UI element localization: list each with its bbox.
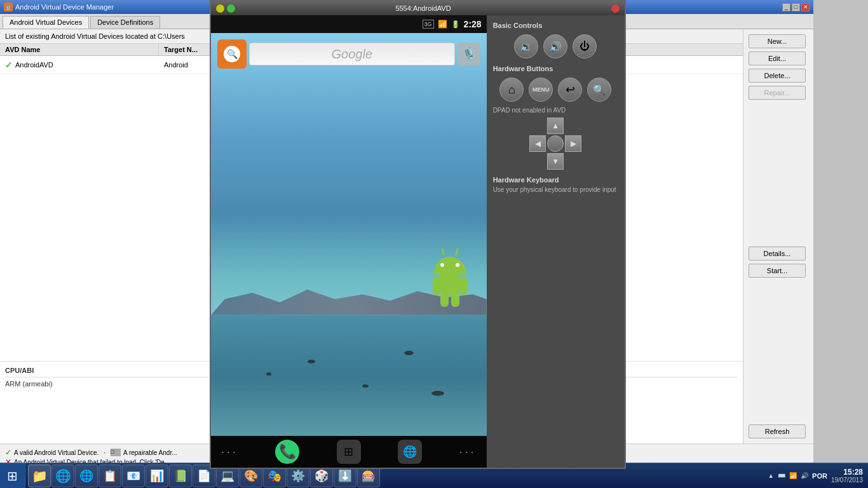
avd-row-name: ✓ AndroidAVD — [0, 58, 159, 72]
signal-icon: 📶 — [438, 20, 447, 29]
dock-apps-icon[interactable]: ⊞ — [337, 440, 361, 464]
start-icon: ⊞ — [7, 468, 18, 484]
emulator-title-bar: 5554:AndroidAVD — [211, 1, 625, 15]
phone-dock: ··· 📞 ⊞ 🌐 ··· — [211, 436, 487, 468]
mascot-body — [440, 274, 460, 295]
taskbar-app-chrome[interactable]: 🌐 — [51, 464, 74, 487]
dpad-right-btn[interactable]: ▶ — [565, 135, 581, 152]
emulator-side-controls: Basic Controls 🔉 🔊 ⏻ Hardware Buttons ⌂ … — [487, 15, 625, 468]
basic-controls-row: 🔉 🔊 ⏻ — [493, 34, 618, 58]
mascot-arm-right — [460, 277, 467, 295]
dpad-container: ▲ ▼ ◀ ▶ — [529, 118, 581, 170]
start-button[interactable]: ⊞ — [0, 463, 25, 489]
home-btn[interactable]: ⌂ — [499, 78, 524, 102]
edit-button[interactable]: Edit... — [749, 51, 806, 65]
search-btn[interactable]: 🔍 — [587, 78, 611, 102]
taskbar-lang: POR — [812, 472, 827, 480]
hardware-buttons-row: ⌂ MENU ↩ 🔍 — [493, 78, 618, 102]
taskbar-keyboard-icon: ⌨️ — [778, 472, 785, 479]
google-search-bar: 🔍 Google 🎙️ — [217, 39, 480, 69]
taskbar-app-ppt[interactable]: 📊 — [146, 464, 168, 487]
tab-device-definitions[interactable]: Device Definitions — [90, 16, 160, 29]
dpad-left-btn[interactable]: ◀ — [529, 135, 546, 152]
dock-dots-left: ··· — [221, 445, 238, 459]
dpad-up-btn[interactable]: ▲ — [547, 118, 564, 134]
mic-button[interactable]: 🎙️ — [458, 43, 480, 65]
taskbar-app-browser2[interactable]: 🌐 — [75, 464, 98, 487]
emulator-body: 3G 📶 🔋 2:28 — [211, 15, 625, 468]
emulator-left-controls — [216, 4, 235, 13]
dock-dots-right: ··· — [459, 445, 477, 459]
dock-phone-icon[interactable]: 📞 — [275, 440, 299, 464]
repair-button[interactable]: Repair... — [749, 86, 806, 100]
emulator-minimize-btn[interactable] — [216, 4, 224, 13]
dock-globe-icon[interactable]: 🌐 — [398, 440, 422, 464]
taskbar-right: ▲ ⌨️ 📶 🔊 POR 15:28 19/07/2013 — [768, 468, 868, 484]
back-btn[interactable]: ↩ — [558, 78, 582, 102]
valid-text: A valid Android Virtual Device. — [14, 449, 98, 456]
dpad-down-btn[interactable]: ▼ — [547, 153, 564, 170]
mascot-head — [434, 257, 466, 274]
mascot-arm-left — [433, 277, 440, 295]
google-search-input[interactable]: Google — [249, 43, 455, 65]
search-icon-box[interactable]: 🔍 — [217, 39, 247, 69]
mascot-eye-right — [456, 263, 459, 267]
avd-title-icon: 🤖 — [4, 3, 13, 11]
magnifier-icon: 🔍 — [224, 46, 240, 62]
taskbar-app-excel[interactable]: 📗 — [169, 464, 192, 487]
mascot-leg-right — [451, 295, 459, 307]
avd-name-text: AndroidAVD — [15, 61, 53, 69]
taskbar-app-files[interactable]: 📁 — [28, 464, 51, 487]
refresh-button[interactable]: Refresh — [749, 424, 806, 438]
taskbar-app-email[interactable]: 📧 — [122, 464, 145, 487]
avd-window-title: Android Virtual Device Manager — [15, 3, 114, 11]
water-area — [211, 315, 487, 436]
mascot-legs — [430, 295, 471, 307]
taskbar-date: 19/07/2013 — [831, 477, 863, 484]
delete-button[interactable]: Delete... — [749, 69, 806, 83]
taskbar-volume-icon: 🔊 — [801, 472, 808, 479]
taskbar-network-icon: 📶 — [789, 472, 797, 479]
android-mascot — [430, 248, 471, 307]
emulator-close-btn[interactable] — [611, 4, 620, 13]
phone-screen-container: 3G 📶 🔋 2:28 — [211, 15, 487, 468]
start-button[interactable]: Start... — [749, 264, 806, 278]
avd-title-left: 🤖 Android Virtual Device Manager — [4, 3, 114, 11]
avd-action-buttons: New... Edit... Delete... Repair... Detai… — [743, 29, 813, 444]
close-button[interactable]: ✕ — [801, 3, 810, 11]
3g-icon: 3G — [423, 20, 434, 29]
rock-1 — [266, 372, 271, 376]
rock-5 — [431, 391, 444, 396]
taskbar-arrow-icon: ▲ — [768, 472, 774, 479]
dpad-label: DPAD not enabled in AVD — [493, 107, 618, 114]
avd-window-controls: _ □ ✕ — [782, 3, 810, 11]
mascot-antennas — [430, 248, 471, 255]
taskbar-clock: 15:28 19/07/2013 — [831, 468, 863, 484]
details-button[interactable]: Details... — [749, 247, 806, 261]
minimize-button[interactable]: _ — [782, 3, 790, 11]
taskbar-app-manager[interactable]: 📋 — [98, 464, 121, 487]
phone-content: 🔍 Google 🎙️ — [211, 33, 487, 436]
new-button[interactable]: New... — [749, 34, 806, 48]
menu-btn[interactable]: MENU — [529, 78, 553, 102]
emulator-restore-btn[interactable] — [227, 4, 235, 13]
google-placeholder: Google — [332, 47, 373, 62]
volume-up-btn[interactable]: 🔊 — [543, 34, 567, 58]
keyboard-desc: Use your physical keyboard to provide in… — [493, 186, 618, 193]
mascot-body-row — [430, 274, 471, 295]
basic-controls-title: Basic Controls — [493, 22, 618, 29]
mascot-antenna-left — [441, 248, 445, 255]
mascot-antenna-right — [455, 248, 459, 255]
volume-down-btn[interactable]: 🔉 — [514, 34, 538, 58]
taskbar-time: 15:28 — [831, 468, 863, 477]
rock-2 — [308, 360, 315, 363]
mascot-leg-left — [440, 295, 449, 307]
tab-android-virtual-devices[interactable]: Android Virtual Devices — [3, 16, 89, 29]
hardware-buttons-title: Hardware Buttons — [493, 65, 618, 72]
emulator-window: 5554:AndroidAVD 3G 📶 🔋 2:28 — [210, 0, 626, 469]
dpad-center-btn[interactable] — [547, 135, 564, 152]
maximize-button[interactable]: □ — [792, 3, 800, 11]
valid-check-icon: ✓ — [5, 60, 13, 70]
repair-icon: □ — [111, 449, 121, 456]
power-btn[interactable]: ⏻ — [573, 34, 597, 58]
